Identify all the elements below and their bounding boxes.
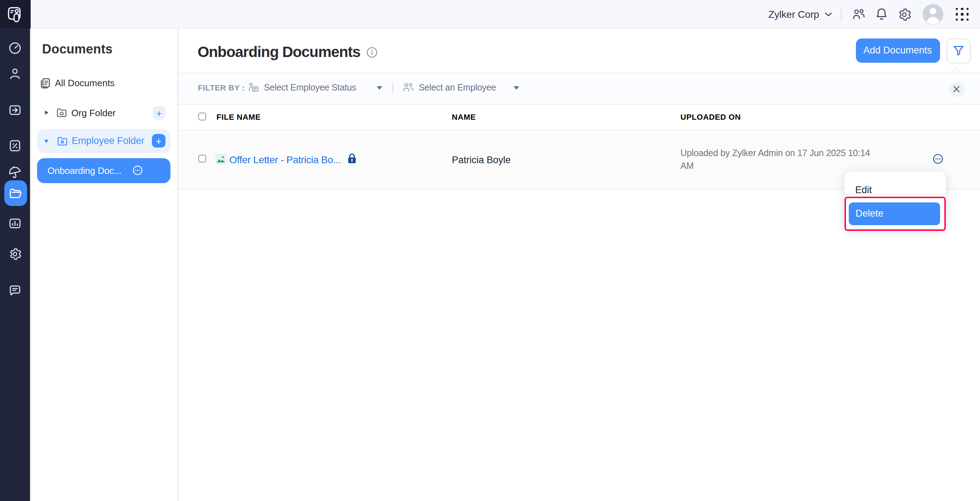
filter-button[interactable] xyxy=(946,38,971,63)
person-icon[interactable] xyxy=(8,67,22,81)
sidebar-item-org-folder[interactable]: Org Folder + xyxy=(31,102,178,124)
settings-icon[interactable] xyxy=(8,247,22,261)
employees-icon xyxy=(402,82,414,94)
close-filter-button[interactable] xyxy=(949,82,964,97)
select-an-employee-dropdown[interactable]: Select an Employee xyxy=(419,82,496,92)
people-app-logo-icon xyxy=(6,5,24,23)
people-icon[interactable] xyxy=(851,7,865,21)
analytics-icon[interactable] xyxy=(8,217,22,230)
org-name[interactable]: Zylker Corp xyxy=(768,8,819,20)
uploaded-on-text: Uploaded by Zylker Admin on 17 Jun 2025 … xyxy=(681,147,870,173)
close-icon xyxy=(953,86,960,93)
employee-folder-icon xyxy=(57,136,68,146)
employee-name: Patricia Boyle xyxy=(452,154,511,165)
employee-folder-add-button[interactable]: + xyxy=(152,134,165,147)
avatar[interactable] xyxy=(922,3,943,25)
row-checkbox[interactable] xyxy=(198,155,206,162)
org-folder-label: Org Folder xyxy=(71,107,116,118)
table-header xyxy=(178,105,980,130)
filter-by-label: FILTER BY : xyxy=(198,83,245,92)
lock-icon xyxy=(347,153,356,164)
rail-active-item[interactable] xyxy=(4,180,27,206)
sidebar-item-all-documents[interactable]: All Documents xyxy=(40,74,115,92)
employee-chevron-down-icon[interactable] xyxy=(514,86,519,90)
onboarding-more-icon[interactable] xyxy=(133,165,143,175)
org-folder-icon xyxy=(56,108,67,117)
employee-status-icon xyxy=(248,82,259,94)
info-icon[interactable] xyxy=(367,47,377,58)
col-uploaded-on[interactable]: UPLOADED ON xyxy=(681,112,741,121)
top-bar: Zylker Corp xyxy=(0,0,980,29)
main-content: Onboarding Documents Add Documents FILTE… xyxy=(178,29,980,501)
umbrella-icon[interactable] xyxy=(8,165,22,179)
gear-icon[interactable] xyxy=(897,7,911,21)
col-file-name[interactable]: FILE NAME xyxy=(216,112,261,121)
file-link[interactable]: Offer Letter - Patricia Bo... xyxy=(229,154,341,165)
org-folder-expand-icon[interactable] xyxy=(45,110,48,114)
status-chevron-down-icon[interactable] xyxy=(377,86,382,90)
sidebar-item-employee-folder[interactable]: Employee Folder + xyxy=(37,128,170,153)
calendar-forward-icon[interactable] xyxy=(8,103,22,117)
sidebar-item-onboarding-documents[interactable]: Onboarding Doc... xyxy=(37,158,170,183)
dashboard-icon[interactable] xyxy=(8,41,22,54)
row-more-icon[interactable] xyxy=(932,154,943,164)
app-logo[interactable] xyxy=(0,0,31,29)
apps-grid-icon[interactable] xyxy=(955,8,969,21)
funnel-icon xyxy=(953,45,964,56)
menu-item-edit[interactable]: Edit xyxy=(844,172,946,195)
topbar-divider xyxy=(840,7,841,21)
employee-folder-label: Employee Folder xyxy=(72,135,145,146)
add-documents-button[interactable]: Add Documents xyxy=(856,38,940,62)
filter-divider xyxy=(392,82,393,94)
sidebar-title: Documents xyxy=(42,42,113,57)
org-chevron-down-icon[interactable] xyxy=(824,12,832,17)
all-documents-label: All Documents xyxy=(55,78,115,88)
bell-icon[interactable] xyxy=(874,7,888,21)
employee-folder-collapse-icon[interactable] xyxy=(44,140,48,143)
select-employee-status-dropdown[interactable]: Select Employee Status xyxy=(264,82,356,92)
org-folder-add-button[interactable]: + xyxy=(153,106,165,120)
page-title: Onboarding Documents xyxy=(197,43,360,60)
app: Zylker Corp xyxy=(0,0,980,501)
folder-icon xyxy=(8,186,22,200)
documents-copy-icon xyxy=(40,77,51,89)
annotation-highlight-box xyxy=(844,197,945,231)
left-rail xyxy=(0,29,31,501)
onboarding-folder-label: Onboarding Doc... xyxy=(48,165,122,176)
image-file-icon xyxy=(215,154,226,164)
select-all-checkbox[interactable] xyxy=(198,113,206,120)
documents-sidebar: Documents All Documents Org Folder + xyxy=(31,29,178,501)
col-name[interactable]: NAME xyxy=(452,112,476,121)
chat-icon[interactable] xyxy=(8,284,22,297)
tax-document-icon[interactable] xyxy=(8,139,22,152)
